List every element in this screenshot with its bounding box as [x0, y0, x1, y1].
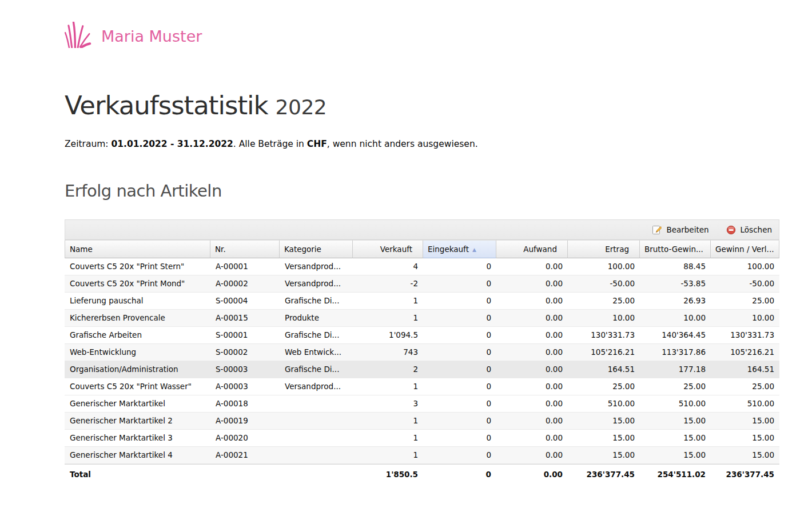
cell-verkauft: 1	[353, 378, 423, 395]
column-header-eingekauft[interactable]: Eingekauft▲	[423, 240, 496, 258]
column-header-label: Eingekauft	[428, 245, 469, 254]
cell-kategorie: Grafische Di...	[280, 327, 353, 343]
minus-circle-icon	[726, 225, 736, 235]
table-body: Couverts C5 20x "Print Stern"A-00001Vers…	[65, 258, 779, 464]
cell-ertrag: 25.00	[568, 293, 640, 309]
cell-eingekauft: 0	[423, 310, 496, 326]
cell-ertrag: 130'331.73	[568, 327, 640, 343]
cell-name: Grafische Arbeiten	[65, 327, 210, 343]
cell-ertrag: 10.00	[568, 310, 640, 326]
cell-nr: A-00003	[210, 378, 280, 395]
cell-kategorie: Versandprod...	[280, 378, 353, 395]
column-header-ertrag[interactable]: Ertrag	[568, 240, 640, 258]
page-title: Verkaufsstatistik	[65, 90, 268, 121]
cell-brutto-gewinn: 26.93	[640, 293, 711, 309]
table-row[interactable]: Organisation/AdministrationS-00003Grafis…	[65, 361, 779, 378]
table-row[interactable]: Generischer Marktartikel 4A-00021100.001…	[65, 447, 779, 464]
cell-name: Organisation/Administration	[65, 361, 210, 378]
cell-gewinn-verlust: 105'216.21	[711, 344, 779, 361]
cell-verkauft: 1	[353, 430, 423, 446]
column-header-nr[interactable]: Nr.	[210, 240, 280, 258]
cell-eingekauft: 0	[423, 430, 496, 446]
cell-ertrag: 105'216.21	[568, 344, 640, 361]
table-row[interactable]: Couverts C5 20x "Print Stern"A-00001Vers…	[65, 258, 779, 275]
cell-name: Couverts C5 20x "Print Wasser"	[65, 378, 210, 395]
logo: Maria Muster	[65, 23, 779, 49]
total-cell-kategorie	[280, 465, 353, 484]
column-header-verkauft[interactable]: Verkauft	[353, 240, 423, 258]
cell-gewinn-verlust: 25.00	[711, 293, 779, 309]
cell-nr: A-00020	[210, 430, 280, 446]
cell-brutto-gewinn: 25.00	[640, 378, 711, 395]
cell-brutto-gewinn: 10.00	[640, 310, 711, 326]
cell-name: Web-Entwicklung	[65, 344, 210, 361]
cell-brutto-gewinn: 15.00	[640, 430, 711, 446]
cell-gewinn-verlust: 15.00	[711, 430, 779, 446]
table-row[interactable]: Couverts C5 20x "Print Mond"A-00002Versa…	[65, 275, 779, 293]
column-header-label: Name	[70, 245, 93, 254]
cell-eingekauft: 0	[423, 327, 496, 343]
table-row[interactable]: Generischer MarktartikelA-00018300.00510…	[65, 395, 779, 413]
cell-ertrag: 510.00	[568, 395, 640, 412]
column-header-brutto-gewinn[interactable]: Brutto-Gewin...	[640, 240, 711, 258]
cell-ertrag: 15.00	[568, 430, 640, 446]
period-label: Zeitraum:	[65, 139, 111, 149]
column-header-kategorie[interactable]: Kategorie	[280, 240, 353, 258]
table-row[interactable]: Kichererbsen ProvencaleA-00015Produkte10…	[65, 310, 779, 327]
cell-eingekauft: 0	[423, 361, 496, 378]
cell-name: Generischer Marktartikel	[65, 395, 210, 412]
cell-verkauft: 3	[353, 395, 423, 412]
cell-ertrag: -50.00	[568, 275, 640, 292]
delete-button[interactable]: Löschen	[726, 225, 772, 235]
column-header-aufwand[interactable]: Aufwand	[496, 240, 568, 258]
table-row[interactable]: Generischer Marktartikel 2A-00019100.001…	[65, 413, 779, 430]
cell-gewinn-verlust: -50.00	[711, 275, 779, 292]
cell-brutto-gewinn: -53.85	[640, 275, 711, 292]
cell-brutto-gewinn: 510.00	[640, 395, 711, 412]
total-cell-aufwand: 0.00	[496, 465, 568, 484]
cell-verkauft: 1	[353, 310, 423, 326]
cell-brutto-gewinn: 15.00	[640, 413, 711, 429]
cell-kategorie: Versandprod...	[280, 275, 353, 292]
logo-text: Maria Muster	[101, 27, 202, 45]
grass-flower-icon	[65, 22, 95, 50]
column-header-name[interactable]: Name	[65, 240, 210, 258]
delete-button-label: Löschen	[741, 225, 772, 234]
total-cell-eingekauft: 0	[423, 465, 496, 484]
cell-aufwand: 0.00	[496, 413, 568, 429]
cell-aufwand: 0.00	[496, 430, 568, 446]
table-row[interactable]: Grafische ArbeitenS-00001Grafische Di...…	[65, 327, 779, 344]
cell-nr: A-00015	[210, 310, 280, 326]
cell-nr: S-00001	[210, 327, 280, 343]
period-subtitle: Zeitraum: 01.01.2022 - 31.12.2022. Alle …	[65, 139, 779, 149]
cell-nr: S-00004	[210, 293, 280, 309]
table-toolbar: Bearbeiten Löschen	[65, 219, 779, 240]
table-row[interactable]: Couverts C5 20x "Print Wasser"A-00003Ver…	[65, 378, 779, 395]
cell-nr: A-00019	[210, 413, 280, 429]
cell-verkauft: -2	[353, 275, 423, 292]
table-row[interactable]: Web-EntwicklungS-00002Web Entwick...7430…	[65, 344, 779, 361]
cell-brutto-gewinn: 88.45	[640, 258, 711, 275]
total-cell-verkauft: 1'850.5	[353, 465, 423, 484]
cell-kategorie: Grafische Di...	[280, 293, 353, 309]
cell-kategorie: Produkte	[280, 310, 353, 326]
column-header-label: Ertrag	[605, 245, 629, 254]
table-row[interactable]: Lieferung pauschalS-00004Grafische Di...…	[65, 293, 779, 310]
cell-aufwand: 0.00	[496, 447, 568, 463]
cell-eingekauft: 0	[423, 275, 496, 292]
cell-name: Generischer Marktartikel 4	[65, 447, 210, 463]
column-header-label: Gewinn / Verl...	[715, 245, 774, 254]
cell-kategorie: Web Entwick...	[280, 344, 353, 361]
cell-brutto-gewinn: 15.00	[640, 447, 711, 463]
cell-aufwand: 0.00	[496, 327, 568, 343]
column-header-label: Aufwand	[523, 245, 557, 254]
page-title-year: 2022	[276, 95, 327, 119]
cell-nr: A-00001	[210, 258, 280, 275]
column-header-gewinn-verlust[interactable]: Gewinn / Verl...	[711, 240, 779, 258]
articles-table: Bearbeiten Löschen NameNr.KategorieVerka…	[65, 219, 779, 484]
cell-eingekauft: 0	[423, 258, 496, 275]
cell-aufwand: 0.00	[496, 310, 568, 326]
table-row[interactable]: Generischer Marktartikel 3A-00020100.001…	[65, 430, 779, 447]
edit-button[interactable]: Bearbeiten	[652, 225, 708, 235]
cell-gewinn-verlust: 10.00	[711, 310, 779, 326]
